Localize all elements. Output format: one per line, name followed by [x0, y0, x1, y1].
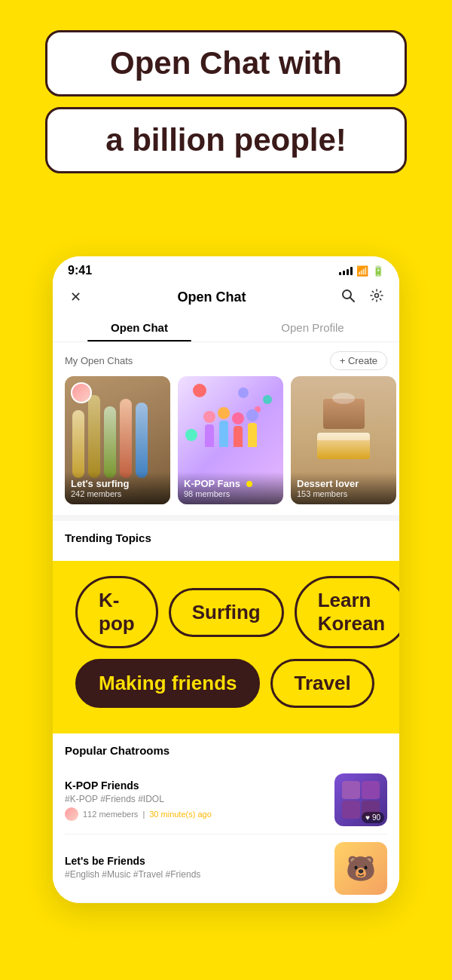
- phone-mockup: 9:41 📶 🔋 ✕ Open Chat: [53, 256, 399, 903]
- pill-learn-korean-label: Learn Korean: [318, 589, 386, 635]
- hero-line-1: Open Chat with: [70, 46, 382, 81]
- status-time: 9:41: [68, 264, 92, 277]
- pill-kpop[interactable]: K-pop: [75, 576, 158, 648]
- header-action-icons: [337, 286, 387, 308]
- hero-line-2: a billion people!: [70, 123, 382, 158]
- card-overlay-surfing: Let's surfing 242 members: [65, 472, 170, 504]
- popular-chat-item-kpop[interactable]: K-POP Friends #K-POP #Friends #IDOL 112 …: [65, 766, 387, 835]
- chat-item-kpop-meta: 112 memebers | 30 minute(s) ago: [65, 807, 327, 821]
- avatar-kpop: [65, 807, 78, 821]
- pill-surfing[interactable]: Surfing: [169, 588, 284, 637]
- pill-making-friends-label: Making friends: [99, 672, 237, 694]
- popular-chat-item-friends[interactable]: Let's be Friends #English #Music #Travel…: [65, 835, 387, 903]
- chat-item-kpop-info: K-POP Friends #K-POP #Friends #IDOL 112 …: [65, 779, 327, 821]
- heart-badge-kpop: ♥ 90: [362, 812, 384, 823]
- hero-section: Open Chat with a billion people!: [0, 0, 452, 188]
- card-overlay-kpop: K-POP Fans 98 members: [178, 472, 283, 504]
- pills-row-1: K-pop Surfing Learn Korean: [75, 576, 377, 648]
- chat-item-kpop-members: 112 memebers: [83, 810, 138, 819]
- settings-button[interactable]: [366, 286, 387, 308]
- speech-bubble-1: Open Chat with: [45, 30, 407, 96]
- create-button-label: + Create: [340, 355, 377, 366]
- search-button[interactable]: [337, 286, 359, 308]
- trending-title: Trending Topics: [65, 531, 387, 544]
- status-bar: 9:41 📶 🔋: [53, 256, 399, 280]
- my-open-chats-header: My Open Chats + Create: [53, 342, 399, 376]
- pill-making-friends[interactable]: Making friends: [75, 659, 260, 708]
- chat-item-friends-name: Let's be Friends: [65, 855, 327, 867]
- chat-card-kpop[interactable]: K-POP Fans 98 members: [178, 376, 283, 504]
- trending-section: Trending Topics: [53, 515, 399, 561]
- pill-learn-korean[interactable]: Learn Korean: [295, 576, 399, 648]
- pill-surfing-label: Surfing: [192, 601, 261, 623]
- card-overlay-dessert: Dessert lover 153 members: [291, 472, 396, 504]
- chat-item-kpop-name: K-POP Friends: [65, 779, 327, 792]
- tab-open-chat-label: Open Chat: [111, 321, 168, 334]
- chat-item-friends-tags: #English #Music #Travel #Friends: [65, 869, 327, 880]
- chat-card-dessert[interactable]: Dessert lover 153 members: [291, 376, 396, 504]
- tabs: Open Chat Open Profile: [53, 314, 399, 342]
- card-name-kpop: K-POP Fans: [184, 478, 240, 489]
- search-icon: [341, 288, 356, 307]
- wifi-icon: 📶: [356, 265, 368, 277]
- tab-open-chat[interactable]: Open Chat: [53, 314, 226, 341]
- card-members-dessert: 153 members: [297, 489, 390, 498]
- pills-area: K-pop Surfing Learn Korean Making friend…: [53, 561, 399, 733]
- kpop-live-dot: [246, 481, 252, 487]
- my-open-chats-label: My Open Chats: [65, 355, 133, 366]
- pill-travel[interactable]: Travel: [270, 659, 374, 708]
- battery-icon: 🔋: [372, 265, 384, 277]
- heart-icon: ♥: [365, 813, 370, 822]
- speech-bubble-2: a billion people!: [45, 107, 407, 173]
- pill-kpop-label: K-pop: [99, 589, 135, 635]
- pills-row-2: Making friends Travel: [75, 659, 377, 708]
- svg-point-2: [374, 293, 378, 297]
- card-name-surfing: Let's surfing: [71, 478, 164, 489]
- chat-card-surfing[interactable]: Let's surfing 242 members: [65, 376, 170, 504]
- svg-line-1: [350, 298, 354, 302]
- card-members-surfing: 242 members: [71, 489, 164, 498]
- create-button[interactable]: + Create: [330, 351, 387, 370]
- chat-item-friends-info: Let's be Friends #English #Music #Travel…: [65, 855, 327, 883]
- tab-open-profile[interactable]: Open Profile: [226, 314, 399, 341]
- popular-chatrooms-section: Popular Chatrooms K-POP Friends #K-POP #…: [53, 733, 399, 903]
- card-name-dessert: Dessert lover: [297, 478, 390, 489]
- chat-item-kpop-time: 30 minute(s) ago: [149, 810, 212, 819]
- chat-item-kpop-tags: #K-POP #Friends #IDOL: [65, 794, 327, 804]
- tab-open-profile-label: Open Profile: [281, 321, 344, 334]
- chat-thumb-kpop: ♥ 90: [334, 773, 387, 826]
- pill-travel-label: Travel: [294, 672, 350, 694]
- signal-icon: [339, 266, 353, 275]
- close-icon: ✕: [70, 289, 81, 305]
- close-button[interactable]: ✕: [65, 286, 86, 308]
- card-members-kpop: 98 members: [184, 489, 277, 498]
- header-title: Open Chat: [177, 289, 246, 305]
- chat-thumb-friends: 🐻: [334, 842, 387, 895]
- gear-icon: [369, 288, 384, 307]
- popular-chatrooms-title: Popular Chatrooms: [65, 744, 387, 757]
- chat-cards-list: Let's surfing 242 members: [53, 376, 399, 515]
- status-icons: 📶 🔋: [339, 265, 384, 277]
- app-header: ✕ Open Chat: [53, 280, 399, 314]
